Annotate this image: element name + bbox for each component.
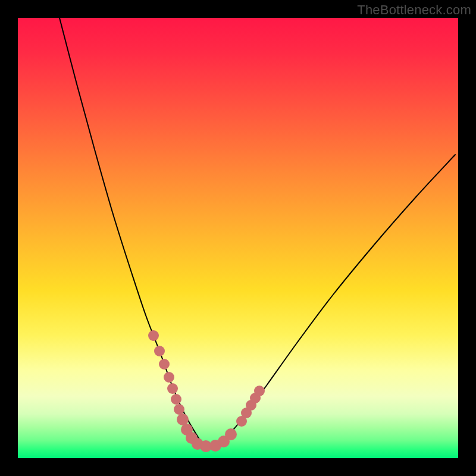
marker-dot — [171, 394, 181, 405]
marker-dot — [174, 404, 184, 415]
plot-area — [18, 18, 458, 458]
marker-dot — [254, 386, 265, 396]
marker-group — [148, 330, 265, 452]
marker-dot — [225, 428, 237, 440]
marker-dot — [154, 346, 165, 356]
curve-svg — [18, 18, 458, 458]
marker-dot — [159, 359, 170, 369]
bottleneck-curve — [60, 18, 455, 447]
marker-dot — [164, 372, 174, 383]
watermark-text: TheBottleneck.com — [357, 2, 471, 18]
chart-container: TheBottleneck.com — [0, 0, 476, 476]
marker-dot — [148, 330, 159, 341]
marker-dot — [167, 383, 178, 394]
